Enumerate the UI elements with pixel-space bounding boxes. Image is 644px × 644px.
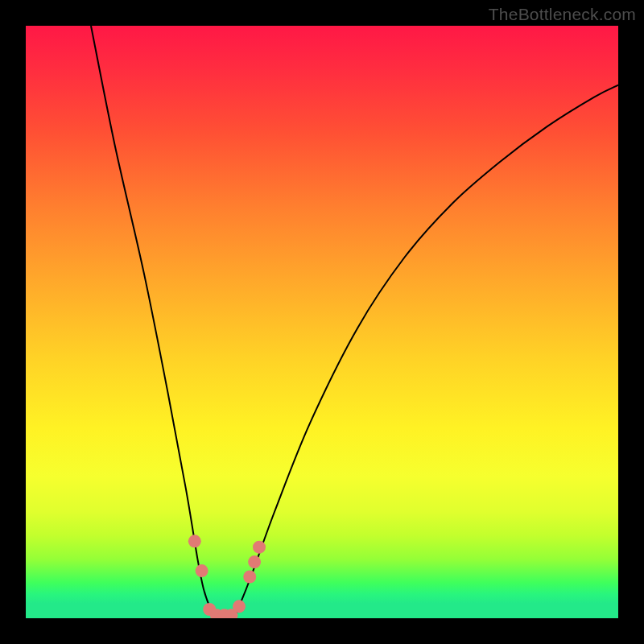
curve-markers — [188, 535, 266, 618]
watermark-text: TheBottleneck.com — [489, 5, 636, 24]
chart-plot-area — [26, 26, 618, 618]
chart-frame: TheBottleneck.com — [0, 0, 644, 644]
curve-marker — [188, 535, 201, 547]
curve-marker — [248, 555, 261, 568]
curve-path — [91, 26, 618, 618]
chart-svg — [26, 26, 618, 618]
curve-marker — [253, 541, 266, 554]
curve-marker — [243, 571, 256, 584]
curve-marker — [196, 564, 208, 577]
curve-marker — [233, 600, 246, 613]
